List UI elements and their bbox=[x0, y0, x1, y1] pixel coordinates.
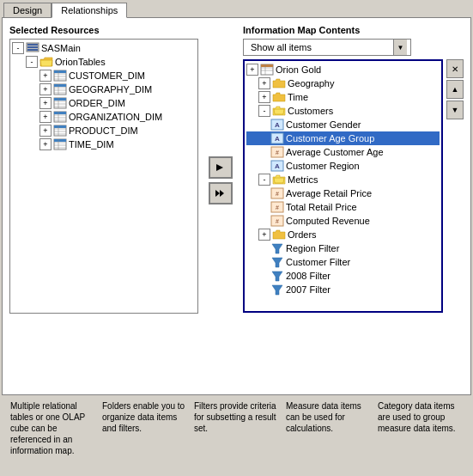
measure-icon-computed-revenue: # bbox=[270, 215, 284, 227]
expander-orion-gold[interactable]: + bbox=[246, 64, 258, 76]
expander-time-dim[interactable]: + bbox=[39, 138, 52, 150]
svg-rect-3 bbox=[27, 49, 38, 51]
category-icon-gender: A bbox=[270, 119, 284, 131]
customer-dim-label: CUSTOMER_DIM bbox=[69, 70, 145, 81]
table-icon-product bbox=[53, 125, 67, 137]
tree-item-customer-filter[interactable]: Customer Filter bbox=[246, 255, 440, 269]
svg-marker-65 bbox=[272, 285, 282, 295]
category-icon-age-group: A bbox=[270, 132, 284, 144]
main-panel: Selected Resources - SASMain - bbox=[2, 17, 471, 395]
time-label: Time bbox=[288, 92, 308, 102]
tree-item-organization-dim[interactable]: + ORGANIZATION_DIM bbox=[12, 110, 196, 124]
infomap-tree[interactable]: + Orion Gold + bbox=[243, 59, 443, 313]
tree-item-geography-dim[interactable]: + GEOGRAPHY_DIM bbox=[12, 82, 196, 96]
move-up-button[interactable]: ▲ bbox=[446, 80, 464, 99]
tree-item-avg-customer-age[interactable]: # Average Customer Age bbox=[246, 145, 440, 159]
annotation-5-text: Category data items are used to group me… bbox=[378, 401, 456, 433]
db-icon bbox=[26, 42, 39, 54]
tree-item-metrics[interactable]: - Metrics bbox=[246, 173, 440, 186]
tree-item-customer-region[interactable]: A Customer Region bbox=[246, 159, 440, 173]
tree-item-customers[interactable]: - Customers bbox=[246, 104, 440, 118]
right-infomap-panel: Information Map Contents Show all items … bbox=[243, 25, 464, 388]
tree-item-geography[interactable]: + Geography bbox=[246, 76, 440, 90]
expander-geography[interactable]: + bbox=[258, 77, 270, 89]
annotation-1-text: Multiple relational tables or one OLAP c… bbox=[10, 401, 85, 455]
svg-rect-44 bbox=[261, 64, 273, 67]
geography-label: Geography bbox=[288, 78, 334, 88]
customer-gender-label: Customer Gender bbox=[286, 119, 361, 130]
filter-icon-customer bbox=[270, 256, 284, 268]
folder-icon-geography bbox=[272, 77, 286, 89]
add-button[interactable] bbox=[209, 156, 233, 179]
orion-gold-label: Orion Gold bbox=[276, 64, 321, 75]
tree-item-computed-revenue[interactable]: # Computed Revenue bbox=[246, 214, 440, 228]
svg-rect-35 bbox=[54, 139, 66, 142]
right-buttons-panel: ✕ ▲ ▼ bbox=[446, 59, 464, 313]
tree-item-oriontables[interactable]: - OrionTables bbox=[12, 55, 196, 69]
expander-oriontables[interactable]: - bbox=[26, 56, 38, 68]
tree-item-time[interactable]: + Time bbox=[246, 90, 440, 104]
category-icon-region: A bbox=[270, 160, 284, 172]
svg-rect-29 bbox=[54, 125, 66, 128]
expander-orders[interactable]: + bbox=[258, 229, 270, 241]
table-icon-time bbox=[53, 138, 67, 150]
right-arrow-icon bbox=[215, 162, 227, 174]
resources-tree[interactable]: - SASMain - bbox=[9, 39, 198, 314]
avg-retail-price-label: Average Retail Price bbox=[286, 188, 372, 198]
dropdown-value: Show all items bbox=[247, 41, 393, 53]
expander-product-dim[interactable]: + bbox=[39, 125, 52, 137]
product-dim-label: PRODUCT_DIM bbox=[69, 125, 138, 136]
expander-geography-dim[interactable]: + bbox=[39, 83, 52, 95]
expander-organization-dim[interactable]: + bbox=[39, 111, 52, 123]
expander-customers[interactable]: - bbox=[258, 105, 270, 117]
expander-order-dim[interactable]: + bbox=[39, 97, 52, 109]
add-all-button[interactable] bbox=[209, 182, 233, 204]
expander-time[interactable]: + bbox=[258, 91, 270, 103]
tree-item-2007-filter[interactable]: 2007 Filter bbox=[246, 283, 440, 296]
tree-item-total-retail-price[interactable]: # Total Retail Price bbox=[246, 200, 440, 214]
folder-icon-orders bbox=[272, 229, 286, 241]
svg-text:A: A bbox=[275, 121, 280, 129]
close-button[interactable]: ✕ bbox=[446, 59, 464, 78]
metrics-label: Metrics bbox=[288, 174, 318, 185]
svg-rect-2 bbox=[27, 46, 38, 48]
tab-relationships[interactable]: Relationships bbox=[52, 3, 127, 18]
annotation-2: Folders enable you to organize data item… bbox=[99, 400, 191, 456]
tree-item-orders[interactable]: + Orders bbox=[246, 228, 440, 241]
tree-item-customer-gender[interactable]: A Customer Gender bbox=[246, 118, 440, 131]
tree-item-order-dim[interactable]: + ORDER_DIM bbox=[12, 96, 196, 110]
right-content-area: + Orion Gold + bbox=[243, 59, 464, 313]
tab-design[interactable]: Design bbox=[3, 3, 52, 18]
expander-sasmain[interactable]: - bbox=[12, 42, 24, 54]
tree-item-customer-age-group[interactable]: A Customer Age Group bbox=[246, 131, 440, 145]
svg-marker-62 bbox=[272, 244, 282, 253]
tree-item-sasmain[interactable]: - SASMain bbox=[12, 41, 196, 55]
total-retail-price-label: Total Retail Price bbox=[286, 202, 357, 212]
svg-rect-17 bbox=[54, 98, 66, 101]
region-filter-label: Region Filter bbox=[286, 243, 339, 253]
annotations-area: Multiple relational tables or one OLAP c… bbox=[0, 395, 473, 460]
filter-icon-2007 bbox=[270, 284, 284, 296]
tree-item-time-dim[interactable]: + TIME_DIM bbox=[12, 137, 196, 151]
tree-item-product-dim[interactable]: + PRODUCT_DIM bbox=[12, 124, 196, 137]
svg-text:A: A bbox=[275, 135, 280, 143]
tree-item-orion-gold[interactable]: + Orion Gold bbox=[246, 63, 440, 76]
show-items-dropdown[interactable]: Show all items ▼ bbox=[243, 39, 411, 56]
dropdown-arrow-icon[interactable]: ▼ bbox=[393, 40, 407, 55]
tree-item-2008-filter[interactable]: 2008 Filter bbox=[246, 269, 440, 283]
expander-metrics[interactable]: - bbox=[258, 174, 270, 186]
svg-marker-63 bbox=[272, 258, 282, 267]
annotation-4: Measure data items can be used for calcu… bbox=[282, 400, 374, 456]
expander-customer-dim[interactable]: + bbox=[39, 70, 52, 82]
double-right-arrow-icon bbox=[215, 187, 227, 199]
computed-revenue-label: Computed Revenue bbox=[286, 216, 370, 226]
measure-icon-avg-price: # bbox=[270, 187, 284, 199]
tree-item-avg-retail-price[interactable]: # Average Retail Price bbox=[246, 186, 440, 200]
svg-marker-64 bbox=[272, 272, 282, 281]
tree-item-customer-dim[interactable]: + CUSTOMER_DIM bbox=[12, 69, 196, 82]
time-dim-label: TIME_DIM bbox=[69, 139, 114, 150]
move-down-button[interactable]: ▼ bbox=[446, 101, 464, 119]
tree-item-region-filter[interactable]: Region Filter bbox=[246, 241, 440, 255]
folder-open-icon-metrics bbox=[272, 174, 286, 186]
svg-marker-41 bbox=[215, 190, 220, 197]
